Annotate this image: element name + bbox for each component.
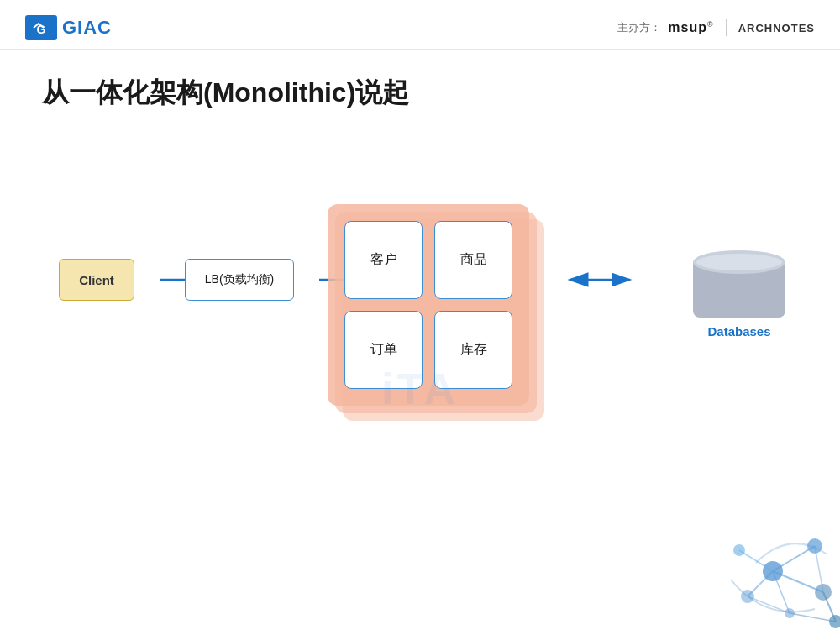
logo-divider <box>726 19 727 36</box>
database-cylinder <box>693 250 785 318</box>
bottom-decoration-icon <box>706 512 840 630</box>
archnotes-logo: ARCHNOTES <box>738 22 815 34</box>
databases-area: Databases <box>693 250 785 339</box>
msup-logo: msup® <box>668 20 713 35</box>
client-box: Client <box>59 259 134 301</box>
ita-watermark: iTA <box>381 364 459 414</box>
client-label: Client <box>79 273 114 287</box>
svg-line-14 <box>773 546 815 571</box>
lb-label: LB(负载均衡) <box>205 272 274 287</box>
service-shangpin: 商品 <box>434 221 512 299</box>
cylinder-top-inner <box>696 254 782 270</box>
organizer-label: 主办方： <box>617 20 661 35</box>
svg-line-21 <box>790 613 836 622</box>
databases-label: Databases <box>693 324 785 339</box>
svg-line-16 <box>748 571 773 596</box>
logo-text: GIAC <box>62 17 112 39</box>
header-right: 主办方： msup® ARCHNOTES <box>617 19 815 36</box>
header: G GIAC 主办方： msup® ARCHNOTES <box>0 0 840 50</box>
lb-box: LB(负载均衡) <box>185 259 294 301</box>
cylinder-top <box>693 250 785 274</box>
giac-logo-icon: G <box>25 15 57 40</box>
page-title: 从一体化架构(Monolithic)说起 <box>0 50 840 129</box>
logo-area: G GIAC <box>25 15 112 40</box>
diagram-area: Client LB(负载均衡) 客户 商品 订单 库存 <box>0 129 840 515</box>
service-kehu: 客户 <box>344 221 423 299</box>
